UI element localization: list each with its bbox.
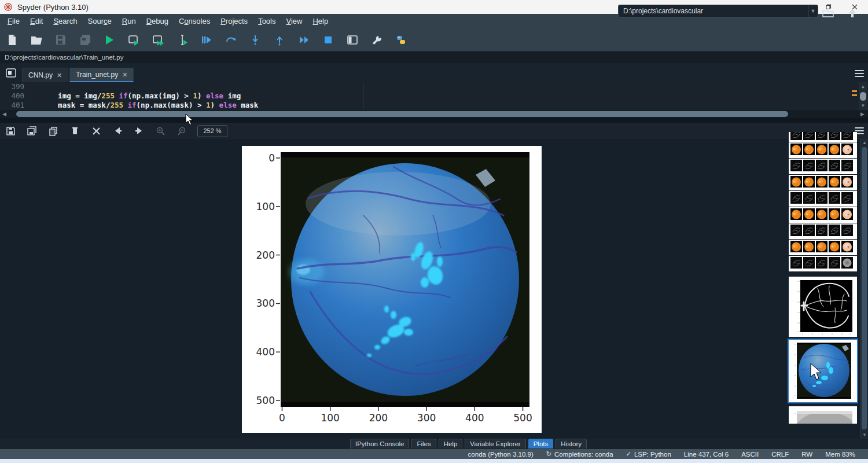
plot-thumbnail-retina[interactable] xyxy=(789,340,857,402)
next-plot-button[interactable] xyxy=(128,123,150,138)
run-cell-advance-button[interactable] xyxy=(146,30,170,50)
scroll-down-icon[interactable]: ▼ xyxy=(860,432,868,438)
zoom-in-button[interactable] xyxy=(150,123,171,138)
scroll-right-icon[interactable]: ▶ xyxy=(860,111,865,117)
editor-options-menu-icon[interactable] xyxy=(855,70,864,77)
scroll-left-icon[interactable]: ◀ xyxy=(2,111,6,117)
pane-separator[interactable] xyxy=(0,118,868,123)
pane-tab-plots[interactable]: Plots xyxy=(528,439,554,449)
status-item: ↻Completions: conda xyxy=(546,450,613,458)
plot-thumbnail-grid-masks[interactable] xyxy=(789,132,857,142)
plot-thumbnail-grid-masks[interactable] xyxy=(789,159,857,174)
svg-text:100: 100 xyxy=(256,201,275,212)
save-all-plots-button[interactable] xyxy=(21,123,43,138)
preferences-button[interactable] xyxy=(365,30,389,50)
preferences-icon xyxy=(371,34,382,46)
fundus-image-plot: 0100200300400500 0100200300400500 xyxy=(242,146,542,433)
thumbnail-cell xyxy=(829,160,840,171)
plot-thumbnail-grid-masks[interactable] xyxy=(789,191,857,207)
code-text: img = img/255 if(np.max(img) > 1) else i… xyxy=(32,91,241,101)
svg-text:500: 500 xyxy=(513,412,532,424)
window-title: Spyder (Python 3.10) xyxy=(17,3,89,12)
plot-thumbnail-vessel[interactable] xyxy=(789,277,857,337)
plot-thumbnail-grid-masks[interactable] xyxy=(789,223,857,239)
step-into-button[interactable] xyxy=(243,30,267,50)
plot-thumbnail-grid-masks-gray[interactable] xyxy=(789,256,857,271)
menu-run[interactable]: Run xyxy=(117,15,141,27)
menu-debug[interactable]: Debug xyxy=(141,15,174,27)
remove-plot-icon xyxy=(70,126,80,136)
step-return-icon xyxy=(274,34,285,46)
menu-search[interactable]: Search xyxy=(48,15,82,27)
open-file-button[interactable] xyxy=(24,30,49,50)
editor-horizontal-scrollbar[interactable]: ◀ ▶ xyxy=(0,110,868,118)
step-return-button[interactable] xyxy=(267,30,292,50)
plot-thumbnail-gray[interactable] xyxy=(789,406,857,424)
editor-tab-Train_unet.py[interactable]: Train_unet.py✕ xyxy=(69,68,134,82)
copy-plot-button[interactable] xyxy=(43,123,64,138)
thumbnail-cell xyxy=(803,160,815,171)
working-directory-combobox[interactable]: D:\projects\cardiovascular ▼ xyxy=(618,5,818,17)
close-tab-icon[interactable]: ✕ xyxy=(57,72,62,79)
code-line[interactable]: 399 xyxy=(0,82,868,91)
python-path-button[interactable] xyxy=(389,30,413,50)
current-plot-figure: 0100200300400500 0100200300400500 xyxy=(242,146,542,433)
scroll-up-icon[interactable]: ▲ xyxy=(860,140,868,145)
pane-tab-files[interactable]: Files xyxy=(411,439,436,449)
thumbnail-cell xyxy=(790,257,802,269)
scrollbar-thumb[interactable] xyxy=(862,147,867,429)
maximize-pane-button[interactable] xyxy=(340,30,365,50)
menu-file[interactable]: File xyxy=(2,15,25,27)
run-cell-button[interactable] xyxy=(122,30,146,50)
save-button[interactable] xyxy=(49,30,73,50)
pane-tab-history[interactable]: History xyxy=(556,439,587,449)
python-path-icon xyxy=(395,34,407,46)
run-current-line-button[interactable] xyxy=(219,30,243,50)
menu-view[interactable]: View xyxy=(281,15,307,27)
scrollbar-thumb[interactable] xyxy=(16,111,788,117)
scroll-up-icon[interactable]: ▲ xyxy=(859,84,867,89)
menu-edit[interactable]: Edit xyxy=(25,15,48,27)
run-selection-button[interactable] xyxy=(170,30,194,50)
code-text: mask = mask/255 if(np.max(mask) > 1) els… xyxy=(32,101,258,110)
debug-file-button[interactable] xyxy=(194,30,219,50)
remove-plot-button[interactable] xyxy=(64,123,86,138)
plot-thumbnail-grid-fundus[interactable] xyxy=(789,207,857,223)
line-number: 401 xyxy=(0,101,32,110)
remove-all-plots-button[interactable] xyxy=(86,123,107,138)
pane-tab-variable-explorer[interactable]: Variable Explorer xyxy=(465,439,525,449)
browse-tabs-button[interactable] xyxy=(5,67,17,79)
zoom-out-button[interactable] xyxy=(171,123,193,138)
stop-button[interactable] xyxy=(316,30,340,50)
svg-text:500: 500 xyxy=(256,395,275,406)
save-all-button[interactable] xyxy=(73,30,97,50)
pane-tab-ipython-console[interactable]: IPython Console xyxy=(350,439,409,449)
save-all-plots-icon xyxy=(27,126,37,136)
menu-projects[interactable]: Projects xyxy=(215,15,253,27)
plot-thumbnail-grid-fundus[interactable] xyxy=(789,175,857,190)
code-line[interactable]: 401 mask = mask/255 if(np.max(mask) > 1)… xyxy=(0,101,868,110)
save-plot-button[interactable] xyxy=(0,123,21,138)
plot-thumbnail-grid-fundus[interactable] xyxy=(789,240,857,255)
previous-plot-button[interactable] xyxy=(107,123,128,138)
menu-source[interactable]: Source xyxy=(83,15,117,27)
plots-scrollbar[interactable]: ▲ ▼ xyxy=(860,139,868,439)
scroll-down-icon[interactable]: ▼ xyxy=(859,103,867,108)
pane-tab-help[interactable]: Help xyxy=(439,439,463,449)
line-length-guide xyxy=(363,82,363,110)
run-file-button[interactable] xyxy=(97,30,122,50)
plot-thumbnail-grid-fundus[interactable] xyxy=(789,142,857,158)
menu-help[interactable]: Help xyxy=(307,15,333,27)
menu-consoles[interactable]: Consoles xyxy=(174,15,215,27)
editor-tab-CNN.py[interactable]: CNN.py✕ xyxy=(22,68,68,82)
code-editor[interactable]: 399400 img = img/255 if(np.max(img) > 1)… xyxy=(0,82,868,110)
menu-tools[interactable]: Tools xyxy=(253,15,281,27)
browse-directory-button[interactable] xyxy=(816,3,840,23)
close-tab-icon[interactable]: ✕ xyxy=(122,71,127,79)
scrollbar-thumb[interactable] xyxy=(860,92,866,101)
new-file-button[interactable] xyxy=(0,30,24,50)
editor-vertical-scrollbar[interactable]: ▲ ▼ xyxy=(859,82,867,110)
code-line[interactable]: 400 img = img/255 if(np.max(img) > 1) el… xyxy=(0,91,868,101)
continue-button[interactable] xyxy=(292,30,316,50)
parent-directory-button[interactable] xyxy=(840,3,865,23)
